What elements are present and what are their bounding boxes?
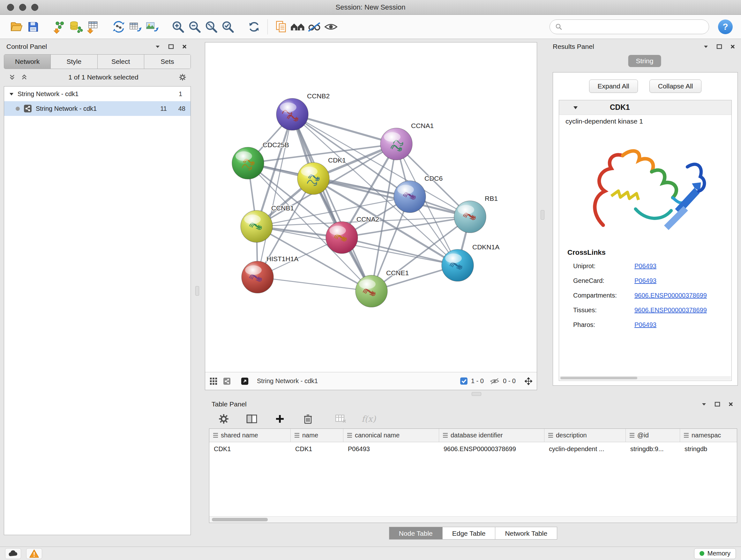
crosslink-link[interactable]: P06493: [634, 277, 657, 285]
delete-column-button[interactable]: [301, 412, 315, 426]
column-header--id[interactable]: @id: [626, 429, 680, 442]
scrollbar-thumb[interactable]: [212, 518, 268, 521]
tab-network[interactable]: Network: [4, 55, 51, 69]
gear-icon[interactable]: [179, 73, 186, 81]
zoom-selected-button[interactable]: [219, 18, 236, 35]
network-canvas[interactable]: CCNB2CCNA1CDC25BCDK1CDC6RB1CCNB1CCNA2CDK…: [205, 43, 537, 372]
cloud-button[interactable]: [5, 548, 21, 559]
zoom-in-button[interactable]: [170, 18, 186, 35]
add-column-button[interactable]: [273, 412, 287, 426]
column-header-description[interactable]: description: [544, 429, 626, 442]
column-header-shared-name[interactable]: shared name: [209, 429, 291, 442]
column-header-name[interactable]: name: [291, 429, 343, 442]
collapse-all-button[interactable]: Collapse All: [650, 79, 702, 93]
tab-network-table[interactable]: Network Table: [495, 527, 557, 540]
table-settings-button[interactable]: [217, 412, 231, 426]
network-node-CCNB1[interactable]: [241, 210, 273, 242]
expand-all-button[interactable]: Expand All: [589, 79, 638, 93]
copy-document-button[interactable]: [273, 18, 289, 35]
hidden-counts: 0 - 0: [503, 377, 516, 385]
memory-button[interactable]: Memory: [694, 548, 736, 559]
grid-view-icon[interactable]: [210, 377, 217, 385]
tab-string[interactable]: String: [628, 55, 661, 67]
string-home-button[interactable]: [289, 18, 306, 35]
network-node-CCNA1[interactable]: [381, 128, 412, 160]
save-session-button[interactable]: [25, 18, 42, 35]
search-input[interactable]: [566, 23, 704, 30]
crosslink-link[interactable]: 9606.ENSP00000378699: [634, 307, 707, 314]
collapse-all-icon[interactable]: [8, 73, 16, 81]
close-panel-icon[interactable]: [729, 43, 737, 51]
network-node-CDKN1A[interactable]: [442, 249, 474, 281]
right-splitter-handle[interactable]: [541, 210, 544, 220]
column-header-canonical-name[interactable]: canonical name: [343, 429, 439, 442]
network-node-HIST1H1A[interactable]: [242, 261, 273, 293]
network-edge[interactable]: [342, 238, 458, 265]
network-node-CDK1[interactable]: [297, 163, 329, 194]
left-splitter-handle[interactable]: [195, 286, 199, 296]
network-collection-row[interactable]: String Network - cdk1 1: [4, 86, 191, 101]
tab-node-table[interactable]: Node Table: [389, 527, 443, 540]
close-panel-icon[interactable]: [727, 400, 735, 408]
collapse-panel-icon[interactable]: [154, 43, 161, 51]
table-delete-icon: [335, 414, 346, 424]
network-view[interactable]: CCNB2CCNA1CDC25BCDK1CDC6RB1CCNB1CCNA2CDK…: [205, 42, 537, 390]
tab-sets[interactable]: Sets: [144, 55, 191, 69]
import-network-from-database-button[interactable]: [68, 18, 84, 35]
string-network-icon[interactable]: [223, 377, 231, 385]
collapse-panel-icon[interactable]: [700, 400, 708, 408]
table-toolbar: f(x): [209, 410, 737, 428]
open-session-button[interactable]: [8, 18, 25, 35]
column-header-namespac[interactable]: namespac: [680, 429, 737, 442]
expand-all-icon[interactable]: [20, 73, 28, 81]
table-horizontal-scrollbar[interactable]: [209, 516, 737, 523]
disclosure-triangle-icon[interactable]: [573, 106, 578, 110]
results-horizontal-scrollbar[interactable]: [560, 376, 731, 380]
close-panel-icon[interactable]: [181, 43, 188, 51]
bottom-splitter-handle[interactable]: [472, 392, 481, 396]
scrollbar-thumb[interactable]: [560, 377, 637, 379]
float-panel-icon[interactable]: [716, 43, 723, 51]
tab-select[interactable]: Select: [98, 55, 144, 69]
crosslink-link[interactable]: P06493: [634, 321, 657, 328]
float-panel-icon[interactable]: [714, 400, 721, 408]
derive-network-button[interactable]: [111, 18, 127, 35]
crosslink-link[interactable]: 9606.ENSP00000378699: [634, 292, 707, 299]
move-crosshair-icon[interactable]: [525, 377, 532, 385]
crosslink-link[interactable]: P06493: [634, 262, 657, 270]
network-edge[interactable]: [258, 114, 292, 277]
eye-button[interactable]: [323, 18, 339, 35]
disclosure-triangle-icon[interactable]: [9, 92, 14, 96]
protein-card-header[interactable]: CDK1: [559, 100, 731, 115]
import-table-from-file-button[interactable]: [84, 18, 101, 35]
network-edge[interactable]: [258, 277, 372, 291]
show-columns-button[interactable]: [245, 412, 259, 426]
refresh-layout-button[interactable]: [246, 18, 262, 35]
network-node-CCNA2[interactable]: [326, 222, 358, 253]
export-image-button[interactable]: [144, 18, 160, 35]
network-node-CCNE1[interactable]: [355, 275, 387, 307]
zoom-out-button[interactable]: [186, 18, 203, 35]
eye-slash-icon[interactable]: [489, 377, 500, 385]
network-node-CDC25B[interactable]: [232, 147, 264, 179]
float-panel-icon[interactable]: [167, 43, 175, 51]
import-network-from-file-button[interactable]: [51, 18, 68, 35]
collapse-panel-icon[interactable]: [702, 43, 710, 51]
warning-button[interactable]: [26, 548, 42, 559]
glasses-slash-button[interactable]: [306, 18, 323, 35]
open-in-new-window-icon[interactable]: [241, 377, 249, 385]
selected-checkbox-icon[interactable]: [460, 377, 468, 385]
search-box[interactable]: [549, 19, 709, 34]
network-node-CDC6[interactable]: [394, 181, 426, 212]
network-node-CCNB2[interactable]: [276, 98, 308, 130]
help-button[interactable]: ?: [718, 19, 733, 34]
table-row[interactable]: CDK1CDK1P064939606.ENSP00000378699cyclin…: [209, 442, 737, 455]
column-header-database-identifier[interactable]: database identifier: [439, 429, 544, 442]
export-table-button[interactable]: [127, 18, 144, 35]
tab-style[interactable]: Style: [51, 55, 97, 69]
network-row[interactable]: String Network - cdk1 11 48: [4, 101, 191, 116]
zoom-fit-button[interactable]: [203, 18, 219, 35]
tab-edge-table[interactable]: Edge Table: [443, 527, 495, 540]
network-edge[interactable]: [292, 114, 372, 291]
network-node-RB1[interactable]: [454, 201, 486, 233]
